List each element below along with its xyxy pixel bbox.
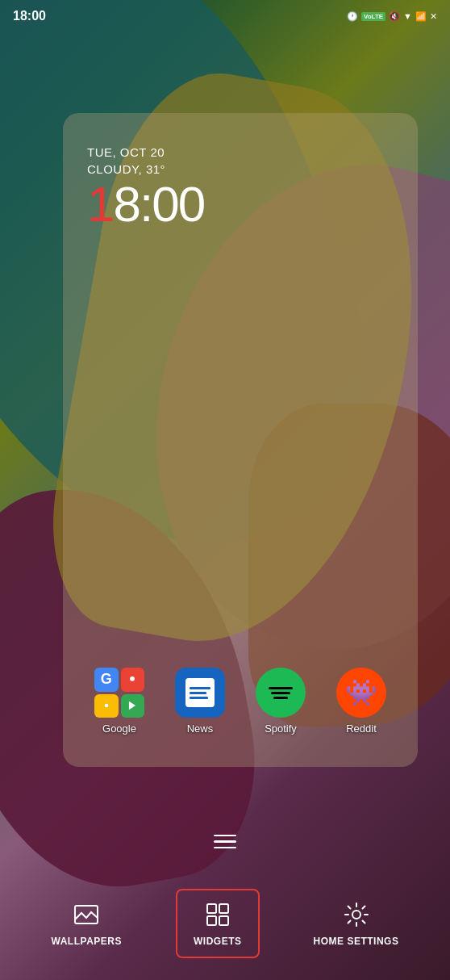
- hamburger-menu-button[interactable]: [207, 828, 243, 856]
- nav-home-settings[interactable]: HOME SETTINGS: [298, 890, 415, 957]
- signal-icon: 📶: [415, 11, 427, 22]
- svg-rect-5: [219, 904, 228, 913]
- status-time: 18:00: [13, 9, 46, 23]
- widget-date: TUE, OCT 20: [87, 145, 394, 159]
- news-icon-inner: [185, 678, 215, 707]
- volte-badge: VoLTE: [361, 12, 385, 21]
- news-line-2: [190, 692, 206, 694]
- app-icons-row: G Google: [71, 668, 410, 735]
- svg-point-1: [104, 704, 108, 708]
- home-settings-icon: [342, 900, 371, 929]
- widget-card: TUE, OCT 20 CLOUDY, 31° 18:00 G: [63, 113, 418, 767]
- widgets-label: WIDGETS: [194, 936, 242, 947]
- nav-wallpapers[interactable]: WALLPAPERS: [35, 890, 138, 957]
- widget-weather: CLOUDY, 31°: [87, 162, 394, 176]
- svg-marker-2: [129, 701, 135, 710]
- time-rest: 8:00: [113, 176, 204, 232]
- reddit-alien-icon: 👾: [345, 677, 377, 708]
- svg-point-0: [130, 676, 135, 681]
- news-line-3: [190, 697, 208, 699]
- google-cell-yellow: [94, 694, 119, 718]
- news-label: News: [187, 722, 214, 735]
- svg-rect-4: [207, 904, 216, 913]
- google-cell-g: G: [94, 668, 119, 692]
- alarm-icon: 🕐: [347, 11, 358, 22]
- hamburger-line-3: [214, 847, 236, 849]
- app-icon-spotify[interactable]: Spotify: [240, 668, 321, 735]
- widget-time: 18:00: [87, 179, 394, 229]
- google-cell-green: [121, 694, 145, 718]
- mute-icon: 🔇: [389, 11, 400, 22]
- time-red-digit: 1: [87, 176, 113, 232]
- hamburger-line-1: [214, 835, 236, 837]
- reddit-icon: 👾: [336, 668, 386, 718]
- svg-rect-6: [207, 916, 216, 925]
- spotify-wave-3: [273, 697, 288, 699]
- battery-icon: ✕: [430, 11, 437, 22]
- wifi-icon: ▼: [403, 11, 412, 21]
- spotify-label: Spotify: [265, 722, 297, 735]
- svg-point-8: [352, 911, 360, 919]
- status-icons: 🕐 VoLTE 🔇 ▼ 📶 ✕: [347, 11, 437, 22]
- google-maps-icon: [127, 674, 138, 685]
- widgets-icon: [203, 900, 232, 929]
- news-icon: [175, 668, 225, 718]
- news-line-1: [190, 687, 210, 689]
- reddit-label: Reddit: [346, 722, 377, 735]
- google-cell-red: [121, 668, 145, 692]
- google-play-icon: [127, 700, 138, 711]
- app-icon-google[interactable]: G Google: [79, 668, 160, 735]
- app-icon-reddit[interactable]: 👾 Reddit: [321, 668, 402, 735]
- home-settings-label: HOME SETTINGS: [314, 936, 399, 947]
- hamburger-line-2: [214, 840, 236, 843]
- spotify-waves: [269, 687, 293, 699]
- spotify-icon: [256, 668, 306, 718]
- bottom-nav: WALLPAPERS WIDGETS HOME SETTINGS: [0, 875, 450, 980]
- wallpapers-icon: [72, 900, 101, 929]
- google-photos-icon: [101, 700, 112, 711]
- widget-datetime: TUE, OCT 20 CLOUDY, 31° 18:00: [79, 129, 402, 237]
- nav-widgets[interactable]: WIDGETS: [176, 889, 260, 958]
- spotify-wave-1: [269, 687, 293, 689]
- wallpapers-label: WALLPAPERS: [52, 936, 122, 947]
- google-icon-grid: G: [94, 668, 144, 718]
- svg-rect-7: [219, 916, 228, 925]
- app-icon-news[interactable]: News: [160, 668, 240, 735]
- google-label: Google: [102, 722, 136, 735]
- spotify-wave-2: [271, 692, 290, 694]
- status-bar: 18:00 🕐 VoLTE 🔇 ▼ 📶 ✕: [0, 0, 450, 32]
